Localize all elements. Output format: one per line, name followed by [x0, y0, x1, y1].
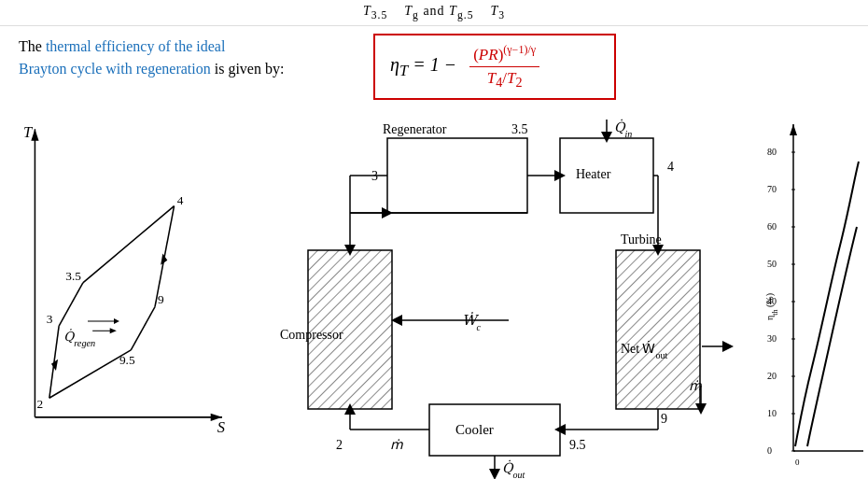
efficiency-text-block: The thermal efficiency of the ideal Bray…	[19, 35, 284, 80]
efficiency-title-blue2: Brayton cycle with regeneration	[19, 61, 211, 77]
svg-line-6	[83, 206, 175, 283]
y-50: 50	[767, 259, 777, 269]
point-4-label: 4	[177, 193, 184, 207]
svg-line-8	[131, 307, 155, 350]
cooler-box	[429, 404, 560, 456]
wc-label: Ẇc	[462, 312, 481, 332]
cooler-label: Cooler	[455, 422, 494, 437]
compressor-label: Compressor	[280, 328, 343, 342]
mdot-bottom: ṁ	[390, 438, 403, 452]
qregen-label: Q̇regen	[63, 329, 95, 347]
right-chart: 0 10 20 30 40 50 60 70 80 0 ηth (%)	[765, 115, 868, 479]
point-3-label: 3	[47, 312, 53, 326]
formula-rhs: (PR)(γ−1)/γ T4/T2	[464, 43, 539, 91]
qout-label: Q̇out	[502, 459, 525, 479]
regenerator-label: Regenerator	[383, 122, 447, 136]
point-9-sys: 9	[661, 412, 667, 426]
point-9-label: 9	[158, 292, 164, 306]
y-axis-label: ηth (%)	[765, 293, 779, 320]
y-70: 70	[767, 184, 777, 194]
point-95-sys: 9.5	[569, 438, 586, 452]
qin-label: Q̇in	[614, 119, 632, 138]
y-10: 10	[767, 408, 777, 418]
top-bar: T3.5 Tg and Tg.5 T3	[0, 0, 868, 26]
y-30: 30	[767, 333, 777, 344]
point-4-sys: 4	[667, 160, 674, 174]
s-axis-label: S	[217, 418, 225, 436]
svg-marker-2	[31, 129, 38, 140]
top-formula-text: T3.5 Tg and Tg.5 T3	[363, 4, 505, 21]
ts-diagram: T S 2 3 3.5 4 9	[5, 120, 238, 456]
y-0: 0	[767, 445, 772, 456]
main-content: The thermal efficiency of the ideal Bray…	[0, 26, 868, 479]
right-chart-svg: 0 10 20 30 40 50 60 70 80 0 ηth (%)	[765, 115, 868, 479]
formula-lhs: ηT = 1 −	[390, 54, 456, 80]
svg-marker-14	[110, 328, 117, 333]
y-20: 20	[767, 371, 777, 381]
turbine-label: Turbine	[621, 232, 662, 247]
point-2-sys: 2	[336, 438, 343, 452]
svg-marker-35	[790, 124, 797, 135]
turbine-box	[616, 250, 700, 409]
point-2-label: 2	[36, 397, 43, 411]
point-35-top: 3.5	[511, 122, 528, 136]
svg-line-5	[59, 283, 83, 326]
efficiency-title-blue1: thermal efficiency of the ideal	[46, 38, 226, 54]
mdot-turbine: ṁ	[689, 379, 702, 393]
point-95-label: 9.5	[119, 353, 135, 367]
formula-fraction: (PR)(γ−1)/γ T4/T2	[469, 43, 539, 91]
formula-numerator: (PR)(γ−1)/γ	[469, 43, 539, 67]
point-35-label: 3.5	[65, 269, 81, 283]
x-0-label: 0	[795, 458, 800, 467]
formula-box: ηT = 1 − (PR)(γ−1)/γ T4/T2	[373, 34, 616, 100]
system-diagram-svg: Regenerator 3.5 Heater Compressor Turbin…	[252, 115, 756, 479]
y-80: 80	[767, 147, 777, 157]
formula-denominator: T4/T2	[483, 67, 526, 91]
regenerator-box	[387, 138, 527, 213]
heater-label: Heater	[576, 167, 611, 181]
system-diagram: Regenerator 3.5 Heater Compressor Turbin…	[252, 115, 756, 479]
ts-diagram-svg: T S 2 3 3.5 4 9	[5, 120, 238, 456]
y-60: 60	[767, 221, 777, 232]
